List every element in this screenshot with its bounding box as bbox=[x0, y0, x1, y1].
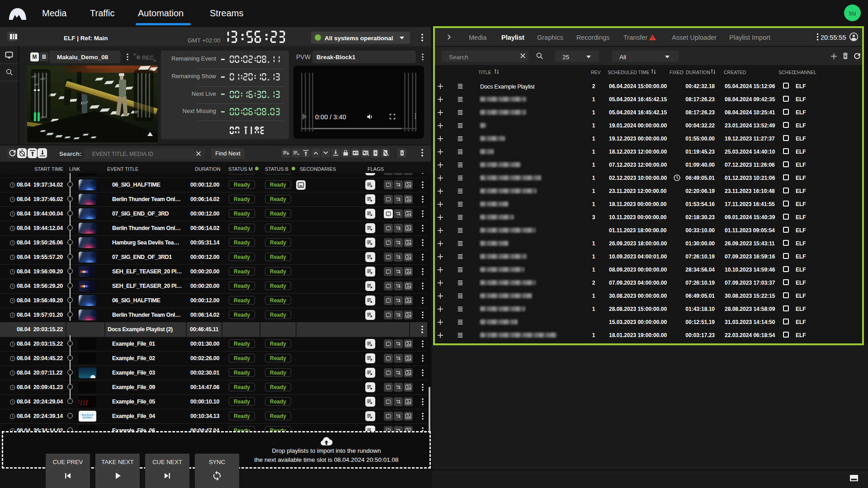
svg-text:S: S bbox=[374, 151, 377, 155]
svg-text:REC: REC bbox=[142, 55, 154, 61]
